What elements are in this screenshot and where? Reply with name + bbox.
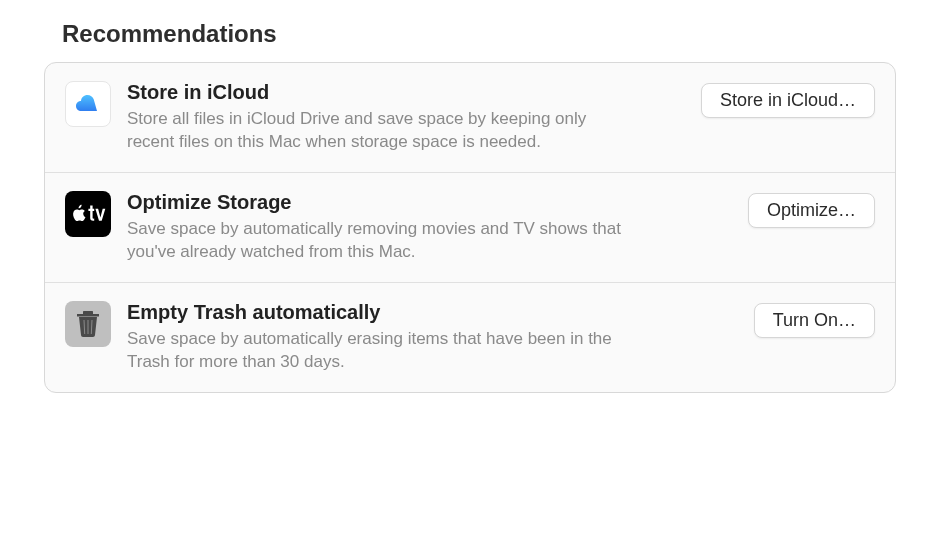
- item-text: Empty Trash automatically Save space by …: [127, 301, 754, 374]
- item-empty-trash: Empty Trash automatically Save space by …: [45, 282, 895, 392]
- optimize-button[interactable]: Optimize…: [748, 193, 875, 228]
- trash-icon: [65, 301, 111, 347]
- store-in-icloud-button[interactable]: Store in iCloud…: [701, 83, 875, 118]
- item-title: Empty Trash automatically: [127, 301, 738, 324]
- appletv-icon: [65, 191, 111, 237]
- item-title: Optimize Storage: [127, 191, 732, 214]
- icloud-icon: [65, 81, 111, 127]
- item-text: Store in iCloud Store all files in iClou…: [127, 81, 701, 154]
- item-description: Save space by automatically removing mov…: [127, 218, 637, 264]
- recommendations-panel: Store in iCloud Store all files in iClou…: [44, 62, 896, 393]
- section-title: Recommendations: [62, 20, 900, 48]
- item-title: Store in iCloud: [127, 81, 685, 104]
- item-description: Save space by automatically erasing item…: [127, 328, 637, 374]
- item-optimize-storage: Optimize Storage Save space by automatic…: [45, 172, 895, 282]
- item-store-in-icloud: Store in iCloud Store all files in iClou…: [45, 63, 895, 172]
- item-description: Store all files in iCloud Drive and save…: [127, 108, 637, 154]
- svg-line-2: [91, 320, 92, 334]
- svg-line-0: [84, 320, 85, 334]
- item-text: Optimize Storage Save space by automatic…: [127, 191, 748, 264]
- turn-on-button[interactable]: Turn On…: [754, 303, 875, 338]
